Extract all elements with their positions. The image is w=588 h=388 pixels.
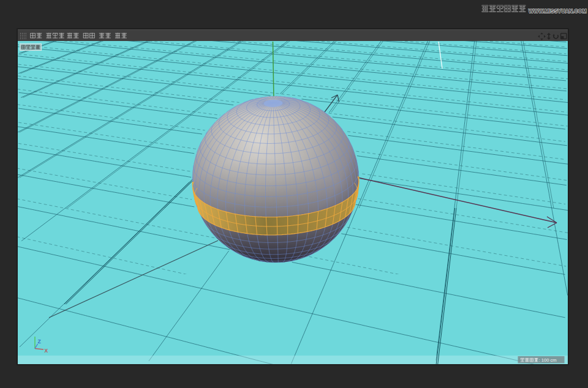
svg-text:X: X — [45, 348, 48, 354]
svg-text:: 100 cm: : 100 cm — [539, 357, 557, 363]
svg-text:WWW.MISSYUAN.COM: WWW.MISSYUAN.COM — [529, 8, 587, 14]
svg-text:Z: Z — [38, 338, 41, 345]
